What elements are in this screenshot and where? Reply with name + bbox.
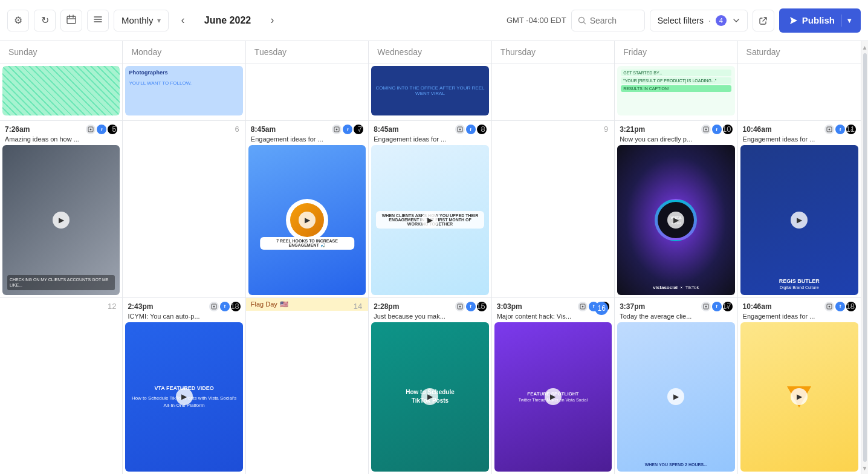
svg-point-3 xyxy=(90,129,92,131)
prev-month-button[interactable]: ‹ xyxy=(173,11,193,30)
scroll-thumb[interactable] xyxy=(863,53,867,462)
cell-0-3[interactable]: COMING INTO THE OFFICE AFTER YOUR REEL W… xyxy=(369,63,491,120)
post-time-7: 8:45am f ♪ xyxy=(246,121,368,135)
day-number-8: 8 xyxy=(481,125,485,134)
publish-chevron-icon: ▾ xyxy=(847,16,851,25)
cell-2-3[interactable]: 15 2:28pm f ♪ Just bec xyxy=(369,298,491,475)
cell-0-6[interactable] xyxy=(738,63,861,120)
reel-icon xyxy=(86,125,96,134)
list-view-button[interactable] xyxy=(87,10,109,31)
post-thumb-5[interactable]: CHECKING ON MY CLIENTS ACCOUNTS GOT ME L… xyxy=(2,145,120,295)
play-button-16[interactable]: ▶ xyxy=(545,388,562,405)
svg-point-11 xyxy=(829,129,831,131)
header-wednesday: Wednesday xyxy=(369,41,491,63)
view-selector[interactable]: Monthly ▾ xyxy=(114,10,169,31)
svg-point-7 xyxy=(459,129,461,131)
scroll-up-button[interactable]: ▲ xyxy=(862,42,868,52)
next-month-button[interactable]: › xyxy=(263,11,282,30)
prev-icon: ‹ xyxy=(181,14,185,27)
button-divider xyxy=(841,15,841,27)
play-button-5[interactable]: ▶ xyxy=(53,212,70,229)
cell-0-0[interactable] xyxy=(0,63,123,120)
send-icon xyxy=(789,16,798,25)
cell-2-0[interactable]: 12 xyxy=(0,298,123,475)
day-headers: Sunday Monday Tuesday Wednesday Thursday… xyxy=(0,41,861,63)
post-thumb-16[interactable]: FEATURE SPOTLIGHT Twitter Thread Maker o… xyxy=(494,322,612,472)
play-button-10[interactable]: ▶ xyxy=(667,212,684,229)
share-button[interactable] xyxy=(753,10,774,31)
cell-1-6[interactable]: 11 10:46am f ♪ Engagem xyxy=(738,121,861,297)
day-number-13: 13 xyxy=(230,302,239,311)
cell-2-4[interactable]: 16 3:03pm f ♪ xyxy=(492,298,615,475)
cell-0-5[interactable]: GET STARTED BY... "YOUR [RESULT OF PRODU… xyxy=(615,63,737,120)
post-time-11: 10:46am f ♪ xyxy=(738,121,861,135)
cell-1-0[interactable]: 5 7:26am f ♪ Amazing i xyxy=(0,121,123,297)
reel-icon-13 xyxy=(209,302,219,311)
cell-0-4[interactable] xyxy=(492,63,615,120)
day-number-9: 9 xyxy=(604,125,608,134)
play-button-17[interactable]: ▶ xyxy=(667,388,684,405)
fb-icon-7: f xyxy=(343,125,352,134)
flag-day-label: Flag Day xyxy=(251,300,277,308)
scroll-down-button[interactable]: ▼ xyxy=(862,463,868,473)
cell-1-1[interactable]: 6 xyxy=(123,121,245,297)
post-thumb-11[interactable]: REGIS BUTLERDigital Brand Culture ▶ xyxy=(740,145,858,295)
header-saturday: Saturday xyxy=(738,41,861,63)
post-time-18: 10:46am f ♪ xyxy=(738,298,861,313)
svg-point-15 xyxy=(459,305,461,307)
play-button-7[interactable]: ▶ xyxy=(299,212,316,229)
post-thumb-18[interactable]: ▶ xyxy=(740,322,858,472)
filter-count: 4 xyxy=(716,15,727,26)
reel-icon-11 xyxy=(824,125,834,134)
settings-button[interactable]: ⚙ xyxy=(7,10,29,31)
cell-1-2[interactable]: 7 8:45am f ♪ Engagemen xyxy=(246,121,369,297)
cell-0-1[interactable]: Photographers YOU'LL WANT TO FOLLOW. xyxy=(123,63,245,120)
fb-icon-8: f xyxy=(466,125,476,134)
post-title-11: Engagement ideas for ... xyxy=(738,135,861,145)
post-thumb-13[interactable]: VTA FEATURED VIDEO How to Schedule TikTo… xyxy=(125,322,242,472)
post-thumb-10[interactable]: vista social vistasocial × TikTok ▶ xyxy=(617,145,734,295)
post-title-10: Now you can directly p... xyxy=(615,135,737,145)
day-number-16: 16 xyxy=(595,302,608,315)
header-monday: Monday xyxy=(123,41,245,63)
play-button-8[interactable]: ▶ xyxy=(421,212,438,229)
play-button-11[interactable]: ▶ xyxy=(791,212,808,229)
search-input[interactable] xyxy=(590,16,638,25)
play-button-18[interactable]: ▶ xyxy=(791,388,808,405)
cell-2-2[interactable]: 14 Flag Day 🇺🇸 xyxy=(246,298,369,475)
cell-0-2[interactable] xyxy=(246,63,369,120)
day-number-6: 6 xyxy=(235,125,239,134)
cell-2-6[interactable]: 18 10:46am f ♪ Engagem xyxy=(738,298,861,475)
play-button-15[interactable]: ▶ xyxy=(421,388,438,405)
post-thumb-7[interactable]: 7 REEL HOOKS TO INCREASE ENGAGEMENT 🎣 ▶ xyxy=(248,145,366,295)
fb-icon-15: f xyxy=(466,302,476,311)
cell-1-4[interactable]: 9 xyxy=(492,121,615,297)
toolbar: ⚙ ↻ Monthly ▾ ‹ June 2022 › GMT -04:00 E… xyxy=(0,0,868,41)
cell-1-5[interactable]: 10 3:21pm f ♪ Now you xyxy=(615,121,737,297)
post-thumb-17[interactable]: WHEN YOU SPEND 2 HOURS... ▶ xyxy=(617,322,734,472)
cell-2-5[interactable]: 17 3:37pm f ♪ Today th xyxy=(615,298,737,475)
post-title-18: Engagement ideas for ... xyxy=(738,313,861,322)
refresh-button[interactable]: ↻ xyxy=(34,10,56,31)
flag-day-banner: Flag Day 🇺🇸 xyxy=(246,298,368,311)
publish-button[interactable]: Publish ▾ xyxy=(779,8,861,33)
cell-2-1[interactable]: 13 2:43pm f ♪ ICYMI: Y xyxy=(123,298,245,475)
post-time-15: 2:28pm f ♪ xyxy=(369,298,491,313)
svg-rect-0 xyxy=(67,16,76,24)
scrollbar[interactable]: ▲ ▼ xyxy=(861,41,868,474)
cell-1-3[interactable]: 8 8:45am f ♪ Engagemen xyxy=(369,121,491,297)
post-time-8: 8:45am f ♪ xyxy=(369,121,491,135)
next-icon: › xyxy=(271,14,274,27)
publish-label: Publish xyxy=(802,15,835,25)
reel-icon-17 xyxy=(701,302,711,311)
play-button-13[interactable]: ▶ xyxy=(176,388,193,405)
post-title-5: Amazing ideas on how ... xyxy=(0,135,122,145)
fb-icon-10: f xyxy=(712,125,722,134)
calendar-view-button[interactable] xyxy=(60,10,82,31)
post-thumb-15[interactable]: How to ScheduleTikTok Posts ▶ xyxy=(371,322,488,472)
fb-icon: f xyxy=(97,125,106,134)
post-thumb-8[interactable]: WHEN CLIENTS ASKS HOW YOU UPPED THEIR EN… xyxy=(371,145,488,295)
search-box[interactable] xyxy=(571,10,645,31)
day-number-18: 18 xyxy=(846,302,855,311)
filter-button[interactable]: Select filters · 4 xyxy=(650,10,748,31)
